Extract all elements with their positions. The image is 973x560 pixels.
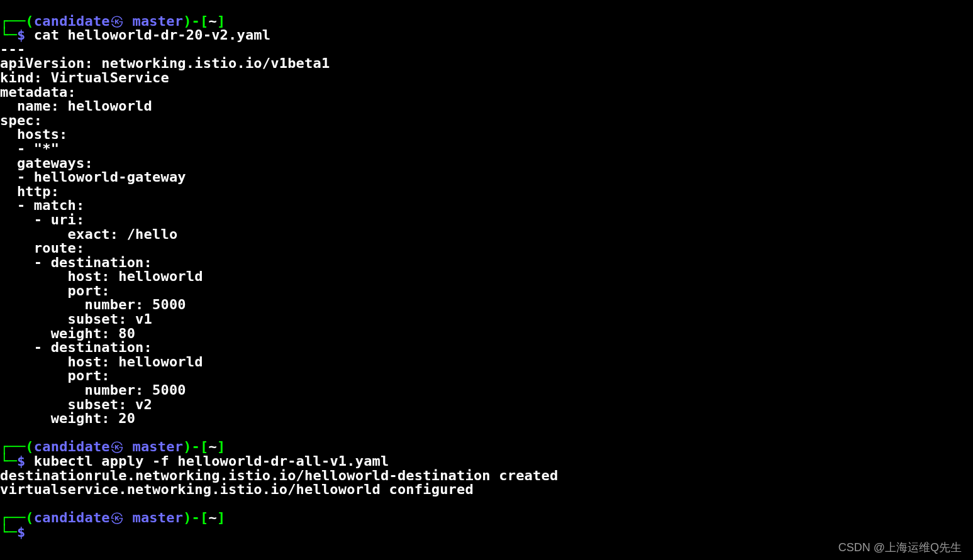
prompt-dollar: $ xyxy=(17,27,25,43)
prompt-host: master xyxy=(132,13,183,29)
yaml-line: port: xyxy=(0,368,110,383)
prompt-path: ~ xyxy=(209,13,217,29)
prompt-line-bottom: └─$ xyxy=(0,524,34,540)
prompt-path: ~ xyxy=(209,439,217,454)
yaml-line: port: xyxy=(0,283,110,299)
cursor[interactable] xyxy=(25,524,33,540)
prompt-dollar: $ xyxy=(17,524,25,540)
yaml-line: - "*" xyxy=(0,141,59,156)
prompt-host: master xyxy=(132,510,183,525)
yaml-line: apiVersion: networking.istio.io/v1beta1 xyxy=(0,55,330,71)
skull-icon: ㉿ xyxy=(110,510,124,525)
output-line: destinationrule.networking.istio.io/hell… xyxy=(0,468,558,483)
yaml-line: gateways: xyxy=(0,155,93,171)
yaml-line: exact: /hello xyxy=(0,226,177,242)
prompt-line-top: ┌──(candidate㉿ master)-[~] xyxy=(0,439,225,454)
yaml-line: subset: v1 xyxy=(0,311,152,327)
prompt-dollar: $ xyxy=(17,453,25,469)
yaml-line: - uri: xyxy=(0,212,84,228)
skull-icon: ㉿ xyxy=(110,439,124,454)
yaml-line: number: 5000 xyxy=(0,297,186,312)
command-kubectl[interactable]: kubectl apply -f helloworld-dr-all-v1.ya… xyxy=(34,453,389,469)
yaml-line: spec: xyxy=(0,113,42,128)
prompt-line-bottom: └─$ kubectl apply -f helloworld-dr-all-v… xyxy=(0,453,389,469)
yaml-line: host: helloworld xyxy=(0,268,203,284)
command-cat[interactable]: cat helloworld-dr-20-v2.yaml xyxy=(34,27,270,43)
yaml-line: route: xyxy=(0,240,84,256)
skull-icon: ㉿ xyxy=(110,13,124,29)
prompt-user: candidate xyxy=(34,439,110,454)
yaml-line: kind: VirtualService xyxy=(0,70,169,85)
prompt-line-top: ┌──(candidate㉿ master)-[~] xyxy=(0,13,225,29)
yaml-line: hosts: xyxy=(0,126,68,142)
terminal[interactable]: ┌──(candidate㉿ master)-[~] └─$ cat hello… xyxy=(0,0,973,540)
yaml-line: - helloworld-gateway xyxy=(0,169,186,185)
yaml-line: metadata: xyxy=(0,84,76,100)
prompt-host: master xyxy=(132,439,183,454)
yaml-line: http: xyxy=(0,184,59,199)
watermark: CSDN @上海运维Q先生 xyxy=(838,541,962,555)
yaml-line: subset: v2 xyxy=(0,397,152,412)
yaml-line: - match: xyxy=(0,197,84,213)
prompt-line-bottom: └─$ cat helloworld-dr-20-v2.yaml xyxy=(0,27,270,43)
prompt-line-top: ┌──(candidate㉿ master)-[~] xyxy=(0,510,225,525)
yaml-line: weight: 20 xyxy=(0,410,135,426)
yaml-line: - destination: xyxy=(0,255,152,270)
prompt-user: candidate xyxy=(34,13,110,29)
yaml-line: --- xyxy=(0,41,25,57)
yaml-line: name: helloworld xyxy=(0,98,152,114)
yaml-line: - destination: xyxy=(0,339,152,355)
prompt-user: candidate xyxy=(34,510,110,525)
yaml-line: number: 5000 xyxy=(0,382,186,398)
yaml-line: host: helloworld xyxy=(0,354,203,370)
yaml-line: weight: 80 xyxy=(0,326,135,341)
output-line: virtualservice.networking.istio.io/hello… xyxy=(0,481,474,497)
prompt-path: ~ xyxy=(209,510,217,525)
